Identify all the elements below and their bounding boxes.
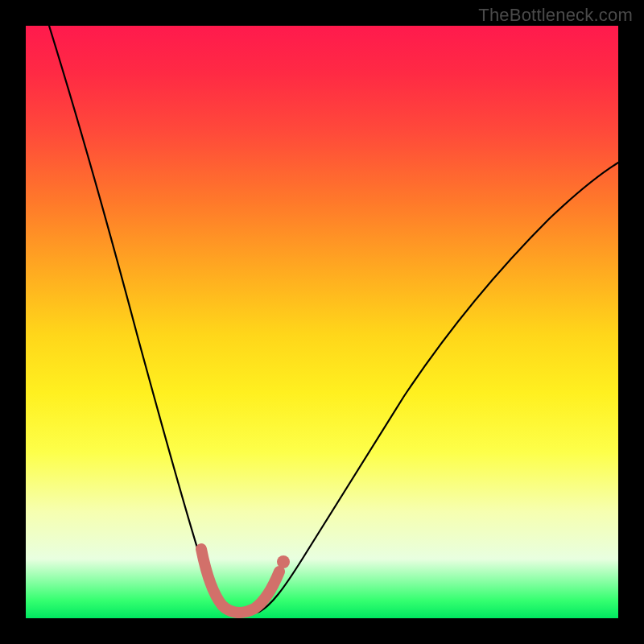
optimal-zone-marker xyxy=(201,549,279,613)
plot-area xyxy=(26,26,618,618)
marker-end-dot xyxy=(277,555,290,568)
chart-frame: TheBottleneck.com xyxy=(0,0,644,644)
curve-layer xyxy=(26,26,618,618)
watermark-text: TheBottleneck.com xyxy=(478,5,633,26)
bottleneck-curve xyxy=(49,26,618,614)
